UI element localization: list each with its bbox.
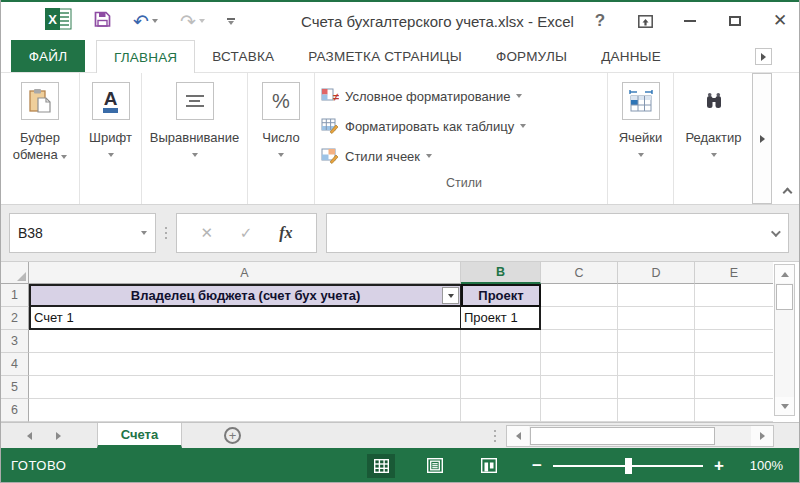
cell-c3[interactable] xyxy=(541,330,618,353)
cell-b4[interactable] xyxy=(461,353,541,376)
tab-insert[interactable]: ВСТАВКА xyxy=(195,40,291,72)
cell-d1[interactable] xyxy=(618,284,695,307)
ribbon-display-options-button[interactable] xyxy=(636,12,654,30)
cell-a5[interactable] xyxy=(29,376,461,399)
cell-a3[interactable] xyxy=(29,330,461,353)
clipboard-group-button[interactable]: Буфер обмена xyxy=(1,73,80,204)
font-group-button[interactable]: А Шрифт xyxy=(80,73,142,204)
cell-d4[interactable] xyxy=(618,353,695,376)
cell-e4[interactable] xyxy=(695,353,773,376)
vertical-scrollbar-thumb[interactable] xyxy=(776,284,793,310)
select-all-button[interactable] xyxy=(1,262,29,284)
filter-dropdown-button[interactable] xyxy=(442,287,459,304)
cell-b6[interactable] xyxy=(461,399,541,422)
row-header-6[interactable]: 6 xyxy=(1,399,29,422)
column-header-a[interactable]: A xyxy=(29,262,461,284)
cell-c6[interactable] xyxy=(541,399,618,422)
row-header-3[interactable]: 3 xyxy=(1,330,29,353)
cell-e1[interactable] xyxy=(695,284,773,307)
page-break-preview-button[interactable] xyxy=(475,454,503,478)
maximize-button[interactable] xyxy=(726,12,744,30)
zoom-in-button[interactable]: + xyxy=(711,456,727,476)
conditional-formatting-button[interactable]: ≠ Условное форматирование xyxy=(321,81,522,111)
name-box-caret-icon[interactable] xyxy=(141,231,147,235)
close-button[interactable]: ✕ xyxy=(771,12,789,30)
namebox-splitter-handle[interactable] xyxy=(165,227,167,239)
cell-a4[interactable] xyxy=(29,353,461,376)
new-sheet-button[interactable]: + xyxy=(224,427,241,444)
cell-d5[interactable] xyxy=(618,376,695,399)
tab-splitter-handle[interactable] xyxy=(494,430,496,442)
row-header-5[interactable]: 5 xyxy=(1,376,29,399)
tab-formulas[interactable]: ФОРМУЛЫ xyxy=(479,40,584,72)
cell-c4[interactable] xyxy=(541,353,618,376)
row-header-2[interactable]: 2 xyxy=(1,307,29,330)
insert-function-button[interactable]: fx xyxy=(279,224,292,242)
column-header-c[interactable]: C xyxy=(541,262,618,284)
expand-formula-bar-icon[interactable] xyxy=(771,227,781,237)
cell-c2[interactable] xyxy=(541,307,618,330)
column-header-b[interactable]: B xyxy=(461,262,541,284)
cell-d3[interactable] xyxy=(618,330,695,353)
cell-e2[interactable] xyxy=(695,307,773,330)
collapse-ribbon-button[interactable] xyxy=(782,186,792,196)
formula-input[interactable] xyxy=(326,213,789,253)
sheet-nav-right-button[interactable] xyxy=(56,432,61,440)
tab-home[interactable]: ГЛАВНАЯ xyxy=(96,40,195,73)
horizontal-scrollbar[interactable] xyxy=(506,425,774,447)
tab-data[interactable]: ДАННЫЕ xyxy=(584,40,678,72)
undo-button[interactable]: ↶ xyxy=(133,12,158,30)
vertical-scrollbar[interactable] xyxy=(774,264,795,416)
scroll-down-button[interactable] xyxy=(775,397,794,415)
ribbon-scroll-right-button[interactable] xyxy=(752,73,772,204)
cell-b1[interactable]: Проект xyxy=(461,284,541,307)
save-icon[interactable] xyxy=(94,11,111,32)
zoom-out-button[interactable]: − xyxy=(529,456,545,476)
row-header-4[interactable]: 4 xyxy=(1,353,29,376)
enter-entry-button[interactable]: ✓ xyxy=(240,224,253,242)
alignment-group-button[interactable]: Выравнивание xyxy=(142,73,248,204)
cell-c5[interactable] xyxy=(541,376,618,399)
sheet-nav-left-button[interactable] xyxy=(27,432,32,440)
cell-c1[interactable] xyxy=(541,284,618,307)
cell-e5[interactable] xyxy=(695,376,773,399)
cell-a6[interactable] xyxy=(29,399,461,422)
editing-group-button[interactable]: Редактир xyxy=(674,73,753,204)
scroll-left-button[interactable] xyxy=(507,426,529,446)
number-group-button[interactable]: % Число xyxy=(248,73,315,204)
row-header-1[interactable]: 1 xyxy=(1,284,29,307)
minimize-button[interactable] xyxy=(681,12,699,30)
excel-app-icon[interactable]: X xyxy=(45,8,72,34)
cell-a2[interactable]: Счет 1 xyxy=(29,307,461,330)
sheet-tab-active[interactable]: Счета xyxy=(97,423,182,448)
normal-view-button[interactable] xyxy=(367,454,395,478)
scroll-right-button[interactable] xyxy=(751,426,773,446)
scroll-up-button[interactable] xyxy=(775,265,794,283)
cancel-entry-button[interactable]: ✕ xyxy=(200,224,213,242)
redo-button[interactable]: ↷ xyxy=(180,12,205,30)
customize-qat-button[interactable] xyxy=(227,18,235,25)
cells-group-button[interactable]: Ячейки xyxy=(608,73,674,204)
cell-d6[interactable] xyxy=(618,399,695,422)
format-as-table-button[interactable]: Форматировать как таблицу xyxy=(321,111,526,141)
undo-dropdown-caret-icon[interactable] xyxy=(152,19,158,23)
horizontal-scrollbar-thumb[interactable] xyxy=(530,427,715,445)
tab-file[interactable]: ФАЙЛ xyxy=(11,40,85,72)
tab-scroll-right-button[interactable] xyxy=(755,48,772,65)
column-header-e[interactable]: E xyxy=(695,262,773,284)
zoom-slider[interactable] xyxy=(553,465,703,467)
help-button[interactable]: ? xyxy=(591,12,609,30)
zoom-level[interactable]: 100% xyxy=(745,458,783,473)
cell-a1[interactable]: Владелец бюджета (счет бух учета) xyxy=(29,284,461,307)
cell-b3[interactable] xyxy=(461,330,541,353)
cell-e3[interactable] xyxy=(695,330,773,353)
zoom-slider-thumb[interactable] xyxy=(625,458,632,474)
column-header-d[interactable]: D xyxy=(618,262,695,284)
page-layout-view-button[interactable] xyxy=(421,454,449,478)
cell-e6[interactable] xyxy=(695,399,773,422)
cell-b2[interactable]: Проект 1 xyxy=(461,307,541,330)
tab-page-layout[interactable]: РАЗМЕТКА СТРАНИЦЫ xyxy=(291,40,479,72)
name-box[interactable]: B38 xyxy=(9,213,156,253)
cell-styles-button[interactable]: Стили ячеек xyxy=(321,141,432,171)
cell-b5[interactable] xyxy=(461,376,541,399)
